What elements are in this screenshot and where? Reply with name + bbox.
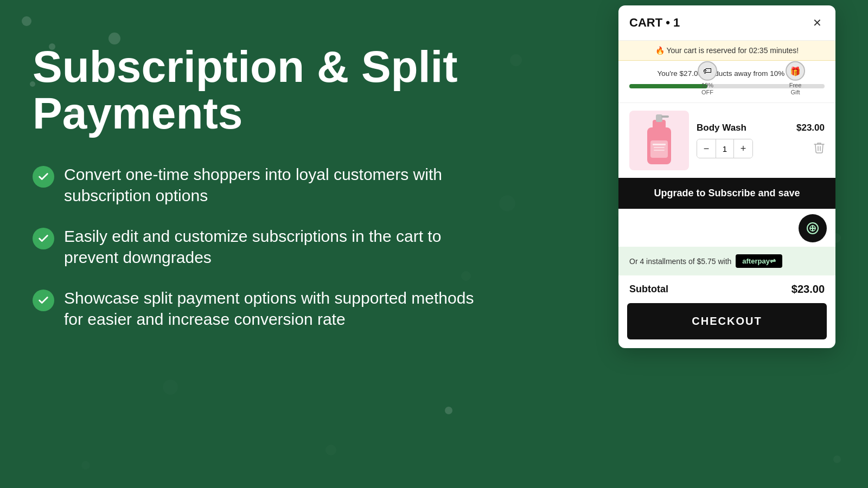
svg-rect-6 — [654, 147, 665, 148]
feature-text-2: Easily edit and customize subscriptions … — [64, 226, 477, 268]
milestone-icon-2: 🎁 — [786, 61, 805, 81]
svg-rect-2 — [656, 114, 662, 122]
white-section — [618, 209, 835, 247]
checkout-button[interactable]: CHECKOUT — [627, 303, 827, 339]
quantity-row: − 1 + — [697, 139, 825, 158]
afterpay-badge: afterpay⇌ — [736, 254, 782, 268]
product-price: $23.00 — [796, 123, 825, 133]
main-title: Subscription & Split Payments — [33, 43, 477, 137]
quantity-control: − 1 + — [697, 139, 753, 158]
progress-bar: 🏷 10%OFF 🎁 FreeGift — [629, 84, 825, 88]
afterpay-label: afterpay⇌ — [742, 257, 776, 265]
svg-rect-3 — [661, 115, 669, 118]
product-name: Body Wash — [697, 123, 746, 133]
check-icon-2 — [33, 228, 54, 249]
left-panel: Subscription & Split Payments Convert on… — [33, 43, 477, 330]
feature-item-1: Convert one-time shoppers into loyal cus… — [33, 164, 477, 206]
product-image — [640, 112, 679, 169]
cart-panel: CART • 1 ✕ 🔥 Your cart is reserved for 0… — [618, 5, 835, 348]
checkout-label: CHECKOUT — [692, 315, 762, 327]
feature-text-3: Showcase split payment options with supp… — [64, 287, 477, 330]
quantity-increase-button[interactable]: + — [734, 139, 752, 158]
timer-text: 🔥 Your cart is reserved for 02:35 minute… — [655, 46, 799, 55]
installments-text: Or 4 installments of $5.75 with — [629, 257, 731, 266]
installments-section: Or 4 installments of $5.75 with afterpay… — [618, 247, 835, 275]
subscribe-circle-button[interactable] — [799, 214, 827, 242]
progress-fill — [629, 84, 707, 88]
product-name-row: Body Wash $23.00 — [697, 123, 825, 133]
timer-banner: 🔥 Your cart is reserved for 02:35 minute… — [618, 41, 835, 61]
product-image-wrapper — [629, 111, 689, 170]
check-icon-3 — [33, 290, 54, 311]
feature-item-2: Easily edit and customize subscriptions … — [33, 226, 477, 268]
milestone-1: 🏷 10%OFF — [698, 69, 717, 104]
milestone-label-2: FreeGift — [789, 82, 802, 96]
product-item: Body Wash $23.00 − 1 + — [618, 102, 835, 178]
milestone-label-1: 10%OFF — [701, 82, 713, 96]
svg-rect-7 — [654, 150, 665, 151]
delete-icon[interactable] — [814, 142, 825, 156]
product-details: Body Wash $23.00 − 1 + — [697, 123, 825, 158]
subscribe-banner[interactable]: Upgrade to Subscribe and save — [618, 178, 835, 209]
features-list: Convert one-time shoppers into loyal cus… — [33, 164, 477, 330]
cart-header: CART • 1 ✕ — [618, 5, 835, 41]
cart-title: CART • 1 — [629, 16, 680, 30]
feature-text-1: Convert one-time shoppers into loyal cus… — [64, 164, 477, 206]
close-button[interactable]: ✕ — [809, 15, 825, 30]
subtotal-value: $23.00 — [792, 283, 825, 296]
svg-rect-4 — [650, 140, 668, 158]
svg-rect-5 — [653, 144, 666, 145]
subscribe-text: Upgrade to Subscribe and save — [654, 188, 800, 198]
milestone-2: 🎁 FreeGift — [786, 69, 805, 104]
subtotal-row: Subtotal $23.00 — [618, 275, 835, 301]
quantity-value: 1 — [716, 139, 734, 158]
milestone-icon-1: 🏷 — [698, 61, 717, 81]
feature-item-3: Showcase split payment options with supp… — [33, 287, 477, 330]
quantity-decrease-button[interactable]: − — [697, 139, 716, 158]
check-icon-1 — [33, 166, 54, 188]
subtotal-label: Subtotal — [629, 284, 668, 295]
progress-section: You're $27.00 products away from 10% off… — [618, 61, 835, 102]
